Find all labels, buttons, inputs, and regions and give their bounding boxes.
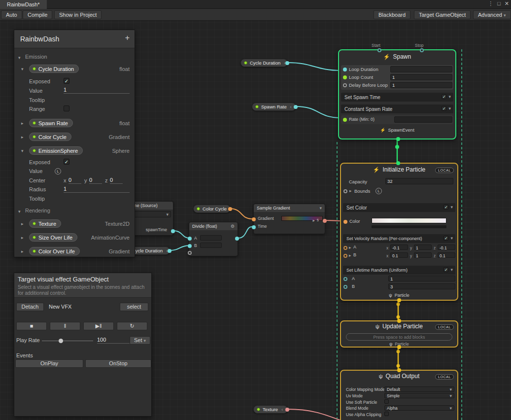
divide-output-port[interactable] [235,237,239,241]
color-port[interactable] [343,220,347,224]
chevron-left-icon[interactable]: ‹ [290,105,292,109]
initialize-output-flowport[interactable] [397,298,401,302]
edge-divide-time[interactable] [238,227,252,238]
flow-anchor-spawnout[interactable] [395,145,399,149]
chevron-down-icon[interactable]: ▾ [450,236,453,241]
spawn-stop-port[interactable] [420,48,424,52]
spawntime-output-port[interactable] [171,229,175,233]
uv-mode-dropdown[interactable]: Simple▾ [384,393,454,398]
loop-count-port[interactable] [343,75,347,79]
play-rate-slider-knob[interactable] [59,339,63,343]
lifetime-b-field[interactable]: 3 [388,283,455,289]
block-set-lifetime-random[interactable]: Set Lifetime Random (Uniform) ✓▾ [343,266,455,275]
block-enabled-checkbox[interactable]: ✓ [442,106,446,111]
color-mapping-mode-dropdown[interactable]: Default▾ [384,386,454,392]
edge-colorcycle-gradient[interactable] [230,209,252,219]
edge-texture-quadoutput[interactable] [287,409,345,420]
blackboard-toggle-button[interactable]: Blackboard [374,10,410,19]
velocity-b-x[interactable]: 0.1 [390,252,408,258]
divide-b-port[interactable] [188,244,192,248]
block-constant-spawn-rate[interactable]: Constant Spawn Rate ✓▾ [341,105,453,113]
divide-a-port[interactable] [188,237,192,241]
pill-output-port[interactable] [168,249,171,253]
samplegradient-output-port[interactable] [323,219,327,223]
param-size-over-life[interactable]: Size Over Life [29,233,77,242]
context-update-particle[interactable]: ψ Update Particle LOCAL Press space to a… [340,320,458,348]
blackboard-panel[interactable]: RainbwDash + ▾ Emission ▾ Cycle Duration… [14,30,135,257]
set-dropdown-button[interactable]: Set ▾ [130,336,150,345]
exposed-checkbox[interactable]: ✓ [64,78,69,84]
block-set-velocity-random[interactable]: Set Velocity Random (Per-component) ✓▾ [343,234,455,243]
param-emission-sphere[interactable]: EmissionSphere [29,146,83,155]
context-quad-output[interactable]: ψ Quad Output LOCAL Color Mapping Mode D… [340,370,458,420]
local-space-badge[interactable]: L [375,188,382,194]
category-emission[interactable]: Emission [25,54,47,60]
param-color-cycle[interactable]: Color Cycle [29,133,71,141]
range-checkbox[interactable] [64,105,69,111]
close-icon[interactable]: ✕ [505,0,509,7]
velocity-b-y[interactable]: 1 [414,252,432,258]
chevron-down-icon[interactable]: ▾ [450,267,453,272]
flow-anchor-quadin[interactable] [397,364,400,368]
step-button[interactable]: ▶‖ [83,322,114,330]
use-alpha-clipping-checkbox[interactable] [384,412,389,416]
pill-cycle-duration[interactable]: Cycle Duration ‹ [240,59,288,67]
auto-button[interactable]: Auto [1,10,22,19]
edge-spawntime-divide-a[interactable] [173,231,190,238]
capacity-field[interactable]: 32 [385,178,453,184]
lifetime-a-port[interactable] [343,277,347,281]
chevron-down-icon[interactable]: ▾ [21,67,24,71]
node-sample-gradient[interactable]: Sample Gradient ▾ Gradient Time ▸ s [253,204,325,234]
initialize-input-flowport[interactable] [396,161,400,165]
context-spawn[interactable]: Start Stop ⚡ Spawn Loop Duration Loop Co… [338,49,456,140]
radius-field[interactable]: 1 [64,186,130,193]
stop-button[interactable]: ■ [16,322,47,330]
show-in-project-button[interactable]: Show in Project [54,10,102,19]
rate-field[interactable] [394,116,452,123]
param-spawn-rate[interactable]: Spawn Rate [29,119,73,127]
block-enabled-checkbox[interactable]: ✓ [443,267,448,272]
velocity-a-z[interactable]: -0.1 [438,245,455,250]
chevron-right-icon[interactable]: ▸ [21,135,24,140]
chevron-right-icon[interactable]: ▸ [349,253,351,258]
update-input-flowport[interactable] [397,319,401,323]
velocity-a-x[interactable]: -0.1 [390,245,408,250]
onplay-button[interactable]: OnPlay [15,359,83,368]
chevron-right-icon[interactable]: ▸ [21,235,24,240]
chevron-left-icon[interactable]: ‹ [281,407,283,412]
menu-icon[interactable]: ⋮ [488,0,493,7]
select-button[interactable]: select [120,303,148,311]
velocity-b-z[interactable]: 0.1 [438,252,455,258]
color-gradient-preview[interactable] [372,218,446,223]
loop-duration-field[interactable] [390,66,452,72]
flow-anchor-initout[interactable] [397,303,400,306]
flow-anchor-updateout[interactable] [397,350,400,353]
divide-b-field[interactable] [200,243,222,248]
pill-output-port[interactable] [294,105,298,109]
bounds-port[interactable] [343,189,347,193]
block-enabled-checkbox[interactable]: ✓ [442,94,446,99]
exposed-checkbox[interactable]: ✓ [64,159,69,165]
param-cycle-duration[interactable]: Cycle Duration [29,65,79,73]
velocity-a-port[interactable] [343,246,347,250]
play-rate-value[interactable]: 100 [97,337,132,344]
chevron-right-icon[interactable]: ▸ [349,245,351,250]
chevron-right-icon[interactable]: ▸ [21,121,24,126]
chevron-down-icon[interactable]: ▾ [448,106,451,111]
chevron-down-icon[interactable]: ▾ [18,209,21,214]
pill-output-port[interactable] [285,408,289,412]
pill-color-cycle[interactable]: Color Cycle ‹ [193,205,231,213]
lifetime-b-port[interactable] [343,285,347,289]
edge-cycleduration-divide-b[interactable] [170,245,190,250]
empty-block-hint[interactable]: Press space to add blocks [346,333,452,341]
velocity-b-port[interactable] [343,254,347,258]
quad-input-flowport[interactable] [397,368,401,372]
pill-output-port[interactable] [228,207,232,211]
detach-button[interactable]: Detach [16,303,44,311]
use-soft-particle-checkbox[interactable] [384,399,389,404]
chevron-right-icon[interactable]: ▸ [349,188,352,193]
chevron-down-icon[interactable]: ▾ [18,55,21,60]
context-initialize-particle[interactable]: ⚡ Initialize Particle LOCAL Capacity 32 … [340,163,458,301]
pill-output-port[interactable] [285,61,289,65]
center-y-field[interactable]: 0 [89,177,102,184]
